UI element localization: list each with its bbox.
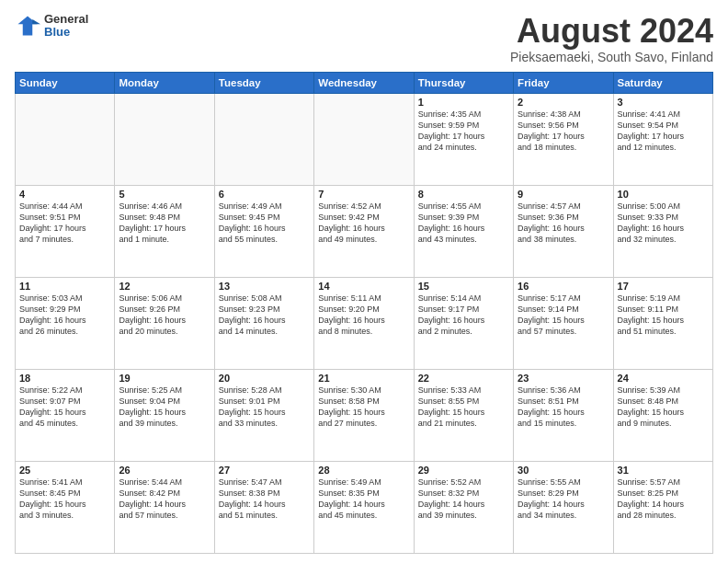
table-cell: 31Sunrise: 5:57 AM Sunset: 8:25 PM Dayli…	[613, 461, 712, 553]
table-cell: 13Sunrise: 5:08 AM Sunset: 9:23 PM Dayli…	[214, 277, 313, 369]
table-cell: 23Sunrise: 5:36 AM Sunset: 8:51 PM Dayli…	[514, 369, 613, 461]
day-number: 19	[119, 373, 210, 384]
table-cell: 26Sunrise: 5:44 AM Sunset: 8:42 PM Dayli…	[115, 461, 214, 553]
day-info: Sunrise: 5:19 AM Sunset: 9:11 PM Dayligh…	[618, 293, 709, 338]
table-cell: 6Sunrise: 4:49 AM Sunset: 9:45 PM Daylig…	[214, 185, 313, 277]
table-cell: 20Sunrise: 5:28 AM Sunset: 9:01 PM Dayli…	[214, 369, 313, 461]
day-info: Sunrise: 4:38 AM Sunset: 9:56 PM Dayligh…	[518, 109, 609, 154]
day-number: 21	[318, 373, 409, 384]
day-info: Sunrise: 4:46 AM Sunset: 9:48 PM Dayligh…	[119, 201, 210, 246]
day-number: 11	[19, 281, 110, 292]
table-cell: 17Sunrise: 5:19 AM Sunset: 9:11 PM Dayli…	[613, 277, 712, 369]
table-cell: 4Sunrise: 4:44 AM Sunset: 9:51 PM Daylig…	[16, 185, 115, 277]
table-cell: 12Sunrise: 5:06 AM Sunset: 9:26 PM Dayli…	[115, 277, 214, 369]
week-row-2: 4Sunrise: 4:44 AM Sunset: 9:51 PM Daylig…	[16, 185, 713, 277]
day-number: 15	[418, 281, 509, 292]
day-info: Sunrise: 5:30 AM Sunset: 8:58 PM Dayligh…	[318, 385, 409, 430]
day-number: 25	[19, 465, 110, 476]
header-tuesday: Tuesday	[214, 72, 313, 93]
table-cell: 18Sunrise: 5:22 AM Sunset: 9:07 PM Dayli…	[16, 369, 115, 461]
table-cell: 30Sunrise: 5:55 AM Sunset: 8:29 PM Dayli…	[514, 461, 613, 553]
day-info: Sunrise: 5:55 AM Sunset: 8:29 PM Dayligh…	[518, 477, 609, 522]
day-info: Sunrise: 5:28 AM Sunset: 9:01 PM Dayligh…	[219, 385, 310, 430]
day-info: Sunrise: 4:35 AM Sunset: 9:59 PM Dayligh…	[418, 109, 509, 154]
day-info: Sunrise: 5:25 AM Sunset: 9:04 PM Dayligh…	[119, 385, 210, 430]
table-cell: 11Sunrise: 5:03 AM Sunset: 9:29 PM Dayli…	[16, 277, 115, 369]
week-row-1: 1Sunrise: 4:35 AM Sunset: 9:59 PM Daylig…	[16, 93, 713, 185]
header-friday: Friday	[514, 72, 613, 93]
day-info: Sunrise: 5:00 AM Sunset: 9:33 PM Dayligh…	[618, 201, 709, 246]
table-cell: 15Sunrise: 5:14 AM Sunset: 9:17 PM Dayli…	[414, 277, 513, 369]
table-cell: 25Sunrise: 5:41 AM Sunset: 8:45 PM Dayli…	[16, 461, 115, 553]
calendar-header: SundayMondayTuesdayWednesdayThursdayFrid…	[16, 72, 713, 93]
day-number: 4	[19, 189, 110, 200]
table-cell	[214, 93, 313, 185]
day-number: 24	[618, 373, 709, 384]
header-row: SundayMondayTuesdayWednesdayThursdayFrid…	[16, 72, 713, 93]
day-number: 20	[219, 373, 310, 384]
logo-text: General Blue	[44, 13, 88, 40]
table-cell: 9Sunrise: 4:57 AM Sunset: 9:36 PM Daylig…	[514, 185, 613, 277]
logo-icon	[15, 13, 40, 39]
header-thursday: Thursday	[414, 72, 513, 93]
table-cell: 16Sunrise: 5:17 AM Sunset: 9:14 PM Dayli…	[514, 277, 613, 369]
week-row-4: 18Sunrise: 5:22 AM Sunset: 9:07 PM Dayli…	[16, 369, 713, 461]
header-monday: Monday	[115, 72, 214, 93]
day-number: 18	[19, 373, 110, 384]
day-number: 17	[618, 281, 709, 292]
day-number: 14	[318, 281, 409, 292]
table-cell: 10Sunrise: 5:00 AM Sunset: 9:33 PM Dayli…	[613, 185, 712, 277]
day-number: 16	[518, 281, 609, 292]
title-block: August 2024 Pieksaemaeki, South Savo, Fi…	[510, 13, 713, 64]
table-cell	[115, 93, 214, 185]
day-number: 12	[119, 281, 210, 292]
day-info: Sunrise: 5:44 AM Sunset: 8:42 PM Dayligh…	[119, 477, 210, 522]
header-sunday: Sunday	[16, 72, 115, 93]
calendar-table: SundayMondayTuesdayWednesdayThursdayFrid…	[15, 72, 713, 554]
day-info: Sunrise: 4:57 AM Sunset: 9:36 PM Dayligh…	[518, 201, 609, 246]
day-info: Sunrise: 5:39 AM Sunset: 8:48 PM Dayligh…	[618, 385, 709, 430]
week-row-5: 25Sunrise: 5:41 AM Sunset: 8:45 PM Dayli…	[16, 461, 713, 553]
header-saturday: Saturday	[613, 72, 712, 93]
table-cell: 1Sunrise: 4:35 AM Sunset: 9:59 PM Daylig…	[414, 93, 513, 185]
table-cell: 22Sunrise: 5:33 AM Sunset: 8:55 PM Dayli…	[414, 369, 513, 461]
logo-blue: Blue	[44, 26, 88, 39]
day-info: Sunrise: 5:14 AM Sunset: 9:17 PM Dayligh…	[418, 293, 509, 338]
svg-marker-1	[32, 19, 40, 24]
table-cell: 8Sunrise: 4:55 AM Sunset: 9:39 PM Daylig…	[414, 185, 513, 277]
week-row-3: 11Sunrise: 5:03 AM Sunset: 9:29 PM Dayli…	[16, 277, 713, 369]
day-info: Sunrise: 5:36 AM Sunset: 8:51 PM Dayligh…	[518, 385, 609, 430]
day-number: 8	[418, 189, 509, 200]
day-info: Sunrise: 4:49 AM Sunset: 9:45 PM Dayligh…	[219, 201, 310, 246]
day-info: Sunrise: 5:33 AM Sunset: 8:55 PM Dayligh…	[418, 385, 509, 430]
table-cell: 28Sunrise: 5:49 AM Sunset: 8:35 PM Dayli…	[314, 461, 414, 553]
page: General Blue August 2024 Pieksaemaeki, S…	[0, 0, 728, 563]
day-number: 13	[219, 281, 310, 292]
day-info: Sunrise: 5:06 AM Sunset: 9:26 PM Dayligh…	[119, 293, 210, 338]
table-cell	[16, 93, 115, 185]
day-number: 23	[518, 373, 609, 384]
table-cell: 24Sunrise: 5:39 AM Sunset: 8:48 PM Dayli…	[613, 369, 712, 461]
main-title: August 2024	[510, 13, 713, 50]
table-cell: 2Sunrise: 4:38 AM Sunset: 9:56 PM Daylig…	[514, 93, 613, 185]
day-number: 5	[119, 189, 210, 200]
table-cell: 5Sunrise: 4:46 AM Sunset: 9:48 PM Daylig…	[115, 185, 214, 277]
table-cell	[314, 93, 414, 185]
day-info: Sunrise: 5:57 AM Sunset: 8:25 PM Dayligh…	[618, 477, 709, 522]
table-cell: 29Sunrise: 5:52 AM Sunset: 8:32 PM Dayli…	[414, 461, 513, 553]
day-number: 1	[418, 97, 509, 108]
logo: General Blue	[15, 13, 88, 40]
day-info: Sunrise: 5:22 AM Sunset: 9:07 PM Dayligh…	[19, 385, 110, 430]
calendar-body: 1Sunrise: 4:35 AM Sunset: 9:59 PM Daylig…	[16, 93, 713, 553]
day-info: Sunrise: 5:49 AM Sunset: 8:35 PM Dayligh…	[318, 477, 409, 522]
day-info: Sunrise: 4:52 AM Sunset: 9:42 PM Dayligh…	[318, 201, 409, 246]
svg-marker-0	[18, 17, 38, 36]
day-number: 29	[418, 465, 509, 476]
day-number: 28	[318, 465, 409, 476]
day-info: Sunrise: 5:17 AM Sunset: 9:14 PM Dayligh…	[518, 293, 609, 338]
day-info: Sunrise: 5:03 AM Sunset: 9:29 PM Dayligh…	[19, 293, 110, 338]
table-cell: 19Sunrise: 5:25 AM Sunset: 9:04 PM Dayli…	[115, 369, 214, 461]
day-number: 22	[418, 373, 509, 384]
day-info: Sunrise: 5:08 AM Sunset: 9:23 PM Dayligh…	[219, 293, 310, 338]
table-cell: 27Sunrise: 5:47 AM Sunset: 8:38 PM Dayli…	[214, 461, 313, 553]
